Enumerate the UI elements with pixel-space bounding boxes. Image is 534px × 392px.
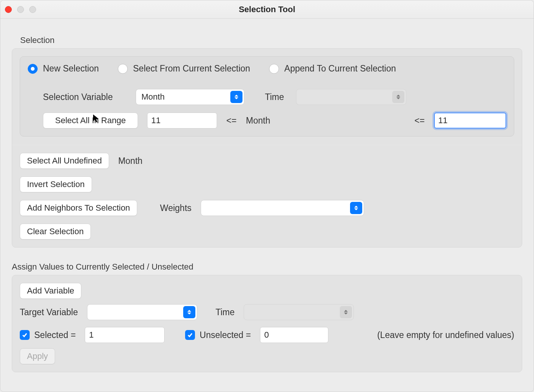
undefined-variable-label: Month	[118, 156, 143, 166]
select-all-undefined-button[interactable]: Select All Undefined	[20, 153, 109, 169]
radio-append-to-current[interactable]: Append To Current Selection	[269, 63, 396, 74]
clear-selection-button[interactable]: Clear Selection	[20, 224, 91, 240]
divider	[12, 145, 522, 145]
window-content: Selection New Selection Select From Curr…	[0, 19, 534, 378]
button-label: Select All In Range	[55, 116, 126, 125]
button-label: Apply	[27, 351, 48, 361]
button-label: Select All Undefined	[27, 156, 102, 165]
check-icon	[22, 332, 28, 338]
radio-dot-icon	[118, 64, 128, 74]
updown-icon	[350, 202, 362, 214]
assign-values-row: Selected = Unselected = (Leave empty for…	[20, 327, 514, 343]
radio-dot-icon	[28, 64, 38, 74]
radio-select-from-current[interactable]: Select From Current Selection	[118, 63, 250, 74]
assign-group-label: Assign Values to Currently Selected / Un…	[12, 262, 522, 272]
unselected-equals-label: Unselected =	[200, 330, 251, 340]
add-neighbors-button[interactable]: Add Neighbors To Selection	[20, 200, 137, 216]
titlebar: Selection Tool	[0, 0, 534, 19]
undefined-hint: (Leave empty for undefined values)	[377, 330, 514, 340]
close-window-button[interactable]	[5, 6, 12, 13]
button-label: Add Variable	[27, 286, 74, 295]
select-range-row: Select All In Range <= Month <=	[28, 113, 506, 129]
radio-label: New Selection	[43, 63, 99, 74]
selection-mode-row: New Selection Select From Current Select…	[28, 63, 506, 74]
button-label: Clear Selection	[27, 227, 84, 236]
add-variable-row: Add Variable	[20, 283, 514, 299]
selection-variable-label: Selection Variable	[43, 92, 127, 102]
selection-variable-select[interactable]: Month	[136, 89, 244, 105]
time-select[interactable]	[296, 89, 406, 105]
weights-label: Weights	[160, 203, 192, 213]
unselected-checkbox-wrap: Unselected =	[185, 330, 251, 340]
window-title: Selection Tool	[0, 5, 534, 14]
selected-equals-label: Selected =	[34, 330, 76, 340]
assign-groupbox: Add Variable Target Variable Time	[12, 275, 522, 372]
selected-checkbox-wrap: Selected =	[20, 330, 76, 340]
target-variable-row: Target Variable Time	[20, 304, 514, 320]
range-mid-variable: Month	[246, 116, 405, 126]
add-variable-button[interactable]: Add Variable	[20, 283, 81, 299]
window-traffic-lights	[5, 6, 36, 13]
updown-icon	[340, 306, 352, 318]
apply-button[interactable]: Apply	[20, 348, 55, 364]
selection-groupbox: New Selection Select From Current Select…	[12, 48, 522, 248]
unselected-checkbox[interactable]	[185, 330, 195, 340]
select-value: Month	[141, 92, 165, 102]
range-lower-input[interactable]	[147, 113, 217, 129]
radio-dot-icon	[269, 64, 279, 74]
zoom-window-button[interactable]	[29, 6, 36, 13]
radio-new-selection[interactable]: New Selection	[28, 63, 99, 74]
clear-selection-row: Clear Selection	[20, 224, 514, 240]
assign-time-label: Time	[216, 307, 235, 317]
minimize-window-button[interactable]	[17, 6, 24, 13]
select-undefined-row: Select All Undefined Month	[20, 153, 514, 169]
apply-row: Apply	[20, 348, 514, 364]
add-neighbors-row: Add Neighbors To Selection Weights	[20, 200, 514, 216]
updown-icon	[183, 306, 195, 318]
unselected-value-input[interactable]	[260, 327, 328, 343]
selected-checkbox[interactable]	[20, 330, 30, 340]
leq-label-right: <=	[414, 116, 425, 126]
selection-group-label: Selection	[20, 35, 522, 45]
selection-variable-row: Selection Variable Month Time	[28, 89, 506, 105]
selection-tool-window: Selection Tool Selection New Selection S…	[0, 0, 534, 392]
invert-selection-button[interactable]: Invert Selection	[20, 176, 92, 192]
assign-time-select[interactable]	[244, 304, 354, 320]
button-label: Add Neighbors To Selection	[27, 203, 130, 213]
invert-selection-row: Invert Selection	[20, 176, 514, 192]
updown-icon	[230, 91, 242, 103]
weights-select[interactable]	[201, 200, 364, 216]
target-variable-label: Target Variable	[20, 307, 78, 317]
radio-label: Append To Current Selection	[284, 63, 396, 74]
range-upper-input[interactable]	[434, 113, 506, 129]
time-label: Time	[265, 92, 284, 102]
check-icon	[187, 332, 193, 338]
select-all-in-range-button[interactable]: Select All In Range	[43, 113, 138, 129]
selected-value-input[interactable]	[85, 327, 165, 343]
radio-label: Select From Current Selection	[133, 63, 250, 74]
button-label: Invert Selection	[27, 179, 85, 189]
target-variable-select[interactable]	[87, 304, 197, 320]
leq-label-left: <=	[226, 116, 237, 126]
selection-mode-subbox: New Selection Select From Current Select…	[20, 56, 514, 136]
updown-icon	[392, 91, 404, 103]
